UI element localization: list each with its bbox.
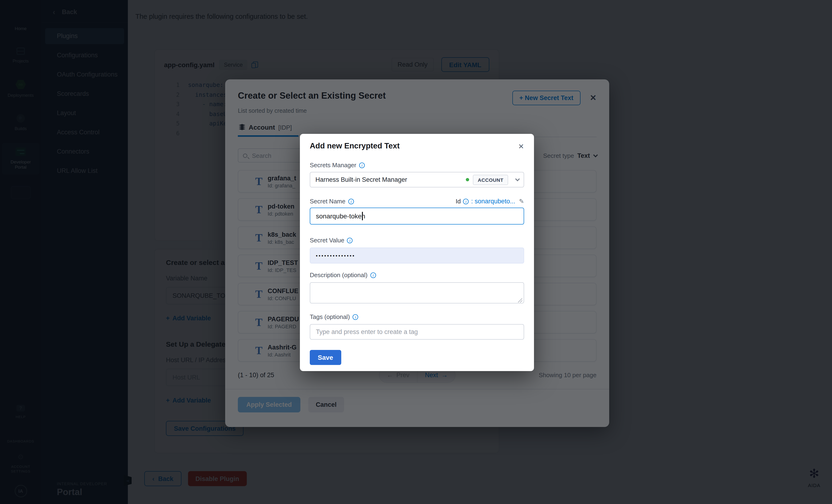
secrets-manager-label: Secrets Manager i: [310, 162, 524, 169]
chevron-down-icon: [515, 177, 520, 181]
id-label: Id: [456, 198, 461, 205]
secret-name-label: Secret Name i: [310, 198, 354, 205]
tags-input[interactable]: [310, 324, 524, 340]
info-icon[interactable]: i: [348, 198, 354, 204]
description-label: Description (optional) i: [310, 272, 524, 279]
info-icon[interactable]: i: [353, 314, 358, 319]
secret-value-label: Secret Value i: [310, 237, 524, 244]
modal-title: Add new Encrypted Text: [310, 141, 400, 150]
edit-id-pencil-icon[interactable]: ✎: [519, 198, 524, 205]
secret-value-input[interactable]: [310, 248, 524, 263]
app-root: HomeProjects∞DeploymentsBuildsDeveloper …: [0, 0, 832, 504]
secrets-manager-select[interactable]: Harness Built-in Secret Manager ACCOUNT: [310, 172, 524, 188]
scope-chip: ACCOUNT: [473, 174, 508, 185]
status-dot-icon: [466, 178, 469, 181]
secret-name-input[interactable]: [310, 207, 524, 225]
info-icon[interactable]: i: [463, 198, 469, 204]
save-button[interactable]: Save: [310, 350, 341, 365]
modal-add-encrypted-text: Add new Encrypted Text ✕ Secrets Manager…: [300, 134, 534, 371]
text-caret: [362, 212, 363, 220]
info-icon[interactable]: i: [370, 272, 376, 278]
tags-label: Tags (optional) i: [310, 313, 524, 320]
close-icon[interactable]: ✕: [518, 141, 524, 151]
resize-handle[interactable]: [518, 298, 522, 303]
info-icon[interactable]: i: [359, 162, 365, 168]
description-textarea[interactable]: [310, 282, 524, 303]
secret-id-link[interactable]: : sonarqubeto...: [471, 198, 515, 205]
info-icon[interactable]: i: [347, 237, 353, 243]
